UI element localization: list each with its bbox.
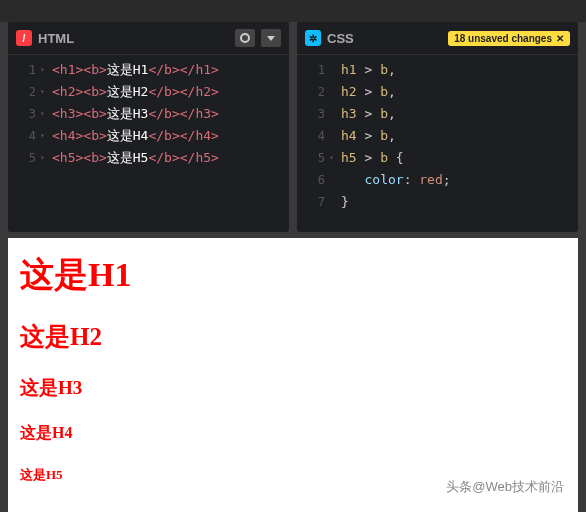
preview-h2: 这是H2: [20, 320, 566, 353]
preview-h4: 这是H4: [20, 423, 566, 444]
html-panel: / HTML 1▾<h1><b>这是H1</b></h1>2▾<h2><b>这是…: [8, 22, 289, 232]
expand-button[interactable]: [261, 29, 281, 47]
code-line[interactable]: 2▾<h2><b>这是H2</b></h2>: [8, 81, 289, 103]
html-panel-title: HTML: [38, 31, 229, 46]
preview-h1: 这是H1: [20, 252, 566, 298]
unsaved-changes-badge[interactable]: 18 unsaved changes ✕: [448, 31, 570, 46]
preview-pane: 这是H1 这是H2 这是H3 这是H4 这是H5 头条@Web技术前沿: [8, 238, 578, 512]
code-line[interactable]: 1h1 > b,: [297, 59, 578, 81]
top-bar: [0, 0, 586, 22]
code-line[interactable]: 1▾<h1><b>这是H1</b></h1>: [8, 59, 289, 81]
gear-icon: [240, 33, 250, 43]
preview-h3: 这是H3: [20, 375, 566, 401]
code-line[interactable]: 2h2 > b,: [297, 81, 578, 103]
code-line[interactable]: 6 color: red;: [297, 169, 578, 191]
css-panel-header: ✲ CSS 18 unsaved changes ✕: [297, 22, 578, 55]
codepen-editor: / HTML 1▾<h1><b>这是H1</b></h1>2▾<h2><b>这是…: [0, 0, 586, 512]
code-line[interactable]: 3h3 > b,: [297, 103, 578, 125]
html-panel-header: / HTML: [8, 22, 289, 55]
code-line[interactable]: 5▾<h5><b>这是H5</b></h5>: [8, 147, 289, 169]
watermark: 头条@Web技术前沿: [446, 478, 564, 496]
badge-text: 18 unsaved changes: [454, 33, 552, 44]
code-line[interactable]: 7}: [297, 191, 578, 213]
code-line[interactable]: 5▾h5 > b {: [297, 147, 578, 169]
editor-panels: / HTML 1▾<h1><b>这是H1</b></h1>2▾<h2><b>这是…: [0, 22, 586, 232]
code-line[interactable]: 3▾<h3><b>这是H3</b></h3>: [8, 103, 289, 125]
chevron-down-icon: [267, 36, 275, 41]
settings-button[interactable]: [235, 29, 255, 47]
css-panel-title: CSS: [327, 31, 442, 46]
html-code-editor[interactable]: 1▾<h1><b>这是H1</b></h1>2▾<h2><b>这是H2</b><…: [8, 55, 289, 232]
close-icon[interactable]: ✕: [556, 33, 564, 44]
css-code-editor[interactable]: 1h1 > b,2h2 > b,3h3 > b,4h4 > b,5▾h5 > b…: [297, 55, 578, 232]
html-icon: /: [16, 30, 32, 46]
css-icon: ✲: [305, 30, 321, 46]
css-panel: ✲ CSS 18 unsaved changes ✕ 1h1 > b,2h2 >…: [297, 22, 578, 232]
code-line[interactable]: 4h4 > b,: [297, 125, 578, 147]
code-line[interactable]: 4▾<h4><b>这是H4</b></h4>: [8, 125, 289, 147]
